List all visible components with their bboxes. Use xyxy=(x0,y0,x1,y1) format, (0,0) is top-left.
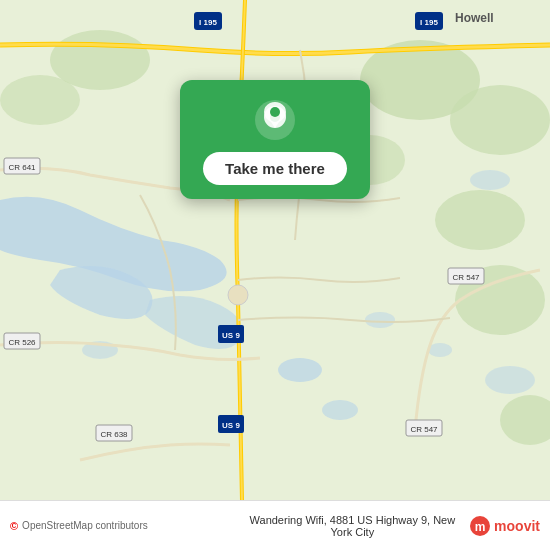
moovit-logo: m moovit xyxy=(469,515,540,537)
svg-text:I 195: I 195 xyxy=(420,18,438,27)
attribution-text: OpenStreetMap contributors xyxy=(22,520,236,531)
take-me-there-button[interactable]: Take me there xyxy=(203,152,347,185)
svg-point-2 xyxy=(322,400,358,420)
svg-text:CR 526: CR 526 xyxy=(8,338,36,347)
moovit-icon: m xyxy=(469,515,491,537)
svg-point-5 xyxy=(470,170,510,190)
svg-text:Howell: Howell xyxy=(455,11,494,25)
svg-text:CR 641: CR 641 xyxy=(8,163,36,172)
svg-point-4 xyxy=(428,343,452,357)
bottom-bar: © OpenStreetMap contributors Wandering W… xyxy=(0,500,550,550)
svg-point-41 xyxy=(270,107,280,117)
svg-point-1 xyxy=(278,358,322,382)
svg-text:CR 547: CR 547 xyxy=(410,425,438,434)
svg-point-9 xyxy=(450,85,550,155)
svg-text:CR 638: CR 638 xyxy=(100,430,128,439)
moovit-text: moovit xyxy=(494,518,540,534)
svg-point-16 xyxy=(228,285,248,305)
location-card: Take me there xyxy=(180,80,370,199)
map-container: I 195 I 195 US 9 US 9 US 9 CR 641 CR 526… xyxy=(0,0,550,500)
svg-point-14 xyxy=(0,75,80,125)
svg-point-6 xyxy=(485,366,535,394)
location-pin-icon xyxy=(253,98,297,142)
svg-text:US 9: US 9 xyxy=(222,331,240,340)
svg-text:I 195: I 195 xyxy=(199,18,217,27)
svg-text:CR 547: CR 547 xyxy=(452,273,480,282)
svg-text:US 9: US 9 xyxy=(222,421,240,430)
location-info: Wandering Wifi, 4881 US Highway 9, New Y… xyxy=(246,514,460,538)
svg-point-3 xyxy=(365,312,395,328)
svg-point-10 xyxy=(435,190,525,250)
osm-copyright-icon: © xyxy=(10,520,18,532)
svg-text:m: m xyxy=(475,520,486,534)
